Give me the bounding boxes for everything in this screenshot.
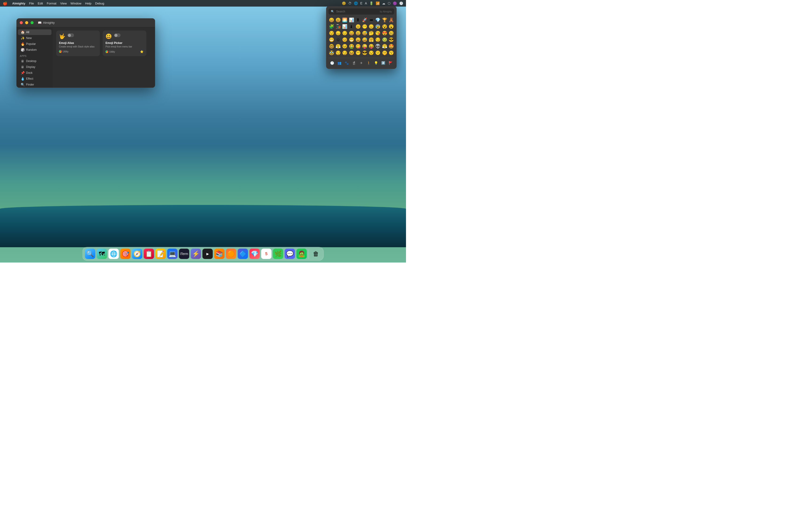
emoji-alias-toggle[interactable] [67,33,74,37]
emoji-cell[interactable]: 😋 [355,43,361,49]
emoji-cell[interactable]: 😞 [335,30,341,36]
emoji-cell[interactable]: 🤢 [382,37,388,43]
dock-item-terminal[interactable]: ▶ [202,249,213,259]
emoji-cell[interactable]: 😐 [355,24,361,30]
emoji-cell[interactable]: 😀 [349,30,354,36]
emoji-cell[interactable]: 😎 [362,50,368,56]
emoji-cell[interactable]: 😒 [328,30,335,36]
emoji-cell[interactable]: 😬 [328,37,335,43]
emoji-cell[interactable]: 😑 [368,24,374,30]
emoji-cell[interactable]: 🤓 [328,43,335,49]
menubar-file[interactable]: File [29,2,34,5]
sidebar-item-random[interactable]: 🎲 Random [18,47,51,52]
menubar-edit[interactable]: Edit [38,2,43,5]
emoji-cell[interactable]: ☺ [335,37,341,43]
notification-icon[interactable]: 🟣 [393,1,397,5]
dock-item-notes[interactable]: 📝 [155,249,166,259]
emoji-cell[interactable]: 📊 [349,17,354,23]
emoji-cell[interactable]: 🤫 [382,50,388,56]
dock-item-zombie[interactable]: 🧟 [296,249,307,259]
emoji-cat-food[interactable]: 🍴 [351,60,357,66]
emoji-cat-objects[interactable]: 💡 [373,60,379,66]
emoji-cell[interactable]: 🏆 [382,17,388,23]
menubar-window[interactable]: Window [71,2,81,5]
menubar-debug[interactable]: Debug [95,2,104,5]
emoji-cell[interactable]: 😶 [355,50,361,56]
emoji-cell[interactable]: 🌡 [349,24,354,30]
sidebar-item-effect[interactable]: 💧 Effect [18,76,51,81]
emoji-search-input[interactable] [336,10,378,13]
sidebar-item-dock[interactable]: 📌 Dock [18,70,51,76]
emoji-cat-animals[interactable]: 🐾 [344,60,350,66]
emoji-cell[interactable]: 😄 [355,37,361,43]
dock-item-finder[interactable]: 🔍 [85,249,95,259]
emoji-cell[interactable]: 😏 [335,50,341,56]
control-center-icon[interactable]: ⬡ [388,1,390,5]
emoji-cell[interactable]: ➡ [368,17,374,23]
apple-menu[interactable]: 🍎 [3,1,7,6]
emoji-cell[interactable]: 😀 [328,17,335,23]
emoji-cell[interactable]: 😤 [335,43,341,49]
emoji-cat-activity[interactable]: 🚶 [366,60,372,66]
dock-item-vscode[interactable]: 💻 [167,249,178,259]
emoji-cell[interactable]: 😃 [335,17,341,23]
dock-item-calendar[interactable]: 5 [261,249,272,259]
dock-item-discord[interactable]: 💬 [285,249,295,259]
emoji-cat-people[interactable]: 👥 [336,60,342,66]
emoji-cell[interactable]: 😄 [355,30,361,36]
emoji-cell[interactable]: 🥸 [328,50,335,56]
emoji-cell[interactable]: 😒 [368,50,374,56]
emoji-picker-card[interactable]: 😃 Emoji Picker Pick emoji from menu bar … [103,31,147,56]
emoji-cell[interactable]: 😍 [382,30,388,36]
emoji-cell[interactable]: 😆 [349,50,354,56]
emoji-cell[interactable]: 👽 [375,43,381,49]
dock-item-safari[interactable]: 🧭 [132,249,142,259]
emoji-cell[interactable]: 😘 [375,30,381,36]
sidebar-item-finder[interactable]: 🔍 Finder [18,82,51,87]
emoji-cell[interactable]: 🤩 [388,43,394,49]
emoji-cat-symbols[interactable]: #️⃣ [380,60,386,66]
emoji-cell[interactable]: 😊 [342,37,348,43]
emoji-cell[interactable]: 😶 [362,24,368,30]
emoji-cell[interactable]: 😎 [388,37,394,43]
emoji-cell[interactable]: 😰 [375,24,381,30]
menubar-format[interactable]: Format [47,2,56,5]
emoji-cat-flags[interactable]: 🚩 [387,60,394,66]
emoji-cell[interactable]: 😅 [362,30,368,36]
emoji-cell[interactable]: 😤 [382,43,388,49]
sidebar-item-popular[interactable]: 🔥 Popular [18,41,51,47]
emoji-cell[interactable]: 😅 [362,37,368,43]
emoji-cell[interactable]: 😏 [342,50,348,56]
minimize-button[interactable] [25,21,28,24]
menubar-help[interactable]: Help [85,2,91,5]
emoji-cell[interactable]: 📊 [342,24,348,30]
emoji-cell[interactable]: 😵 [382,24,388,30]
emoji-cell[interactable]: 💎 [375,17,381,23]
dock-item-iterm[interactable]: iTerm [179,249,189,259]
sidebar-item-all[interactable]: 🏠 All [18,29,51,35]
emoji-cell[interactable]: 🧩 [328,24,335,30]
emoji-alias-card[interactable]: 🤟 Emoji Alias Create emoji with Slack st… [56,31,100,56]
sidebar-item-new[interactable]: ✨ New [18,35,51,41]
emoji-cell[interactable]: 😕 [375,50,381,56]
emoji-cell[interactable]: 😜 [362,43,368,49]
dock-item-trash[interactable]: 🗑 [311,249,321,259]
sidebar-item-display[interactable]: 🖥 Display [18,64,51,70]
emoji-cell[interactable]: 😔 [342,30,348,36]
dock-item-almighty[interactable]: ⚡ [191,249,201,259]
close-button[interactable] [20,21,23,24]
dock-item-craft[interactable]: 💎 [249,249,260,259]
sidebar-item-desktop[interactable]: 🖥 Desktop [18,58,51,64]
dock-item-sublime[interactable]: 🟠 [226,249,236,259]
emoji-cell[interactable]: 🤮 [349,43,354,49]
emoji-cell[interactable]: 🚀 [362,17,368,23]
emoji-cat-smileys[interactable]: 🕐 [329,60,335,66]
emoji-cell[interactable]: 😝 [368,43,374,49]
dock-item-maps[interactable]: 🗺 [97,249,107,259]
emoji-cell[interactable]: 🤔 [368,30,374,36]
dock-item-sequence[interactable]: 🔷 [238,249,248,259]
emoji-cell[interactable]: 🌅 [342,17,348,23]
maximize-button[interactable] [31,21,34,24]
emoji-picker-toggle[interactable] [114,33,121,37]
emoji-cat-travel[interactable]: ✈ [358,60,364,66]
